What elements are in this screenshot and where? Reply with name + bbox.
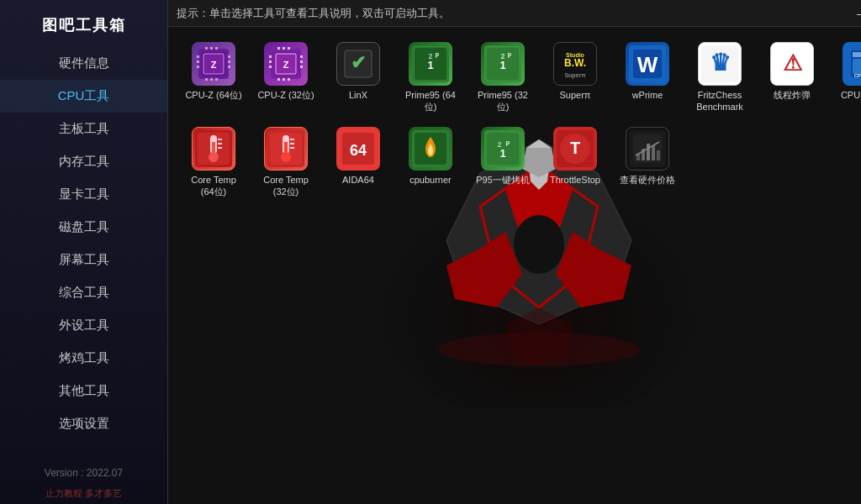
prime95-64-label: Prime95 (64位) xyxy=(400,89,461,113)
sidebar-item-peripheral[interactable]: 外设工具 xyxy=(0,309,167,342)
aida64-label: AIDA64 xyxy=(342,174,374,186)
svg-rect-14 xyxy=(197,55,199,58)
svg-rect-25 xyxy=(215,78,218,81)
sidebar-item-motherboard[interactable]: 主板工具 xyxy=(0,113,167,145)
svg-rect-88 xyxy=(290,143,294,144)
sidebar-item-gpu[interactable]: 显卡工具 xyxy=(0,178,167,211)
sidebar-title: 图吧工具箱 xyxy=(0,0,167,47)
sidebar-item-stress[interactable]: 烤鸡工具 xyxy=(0,342,167,375)
tool-fritzchess[interactable]: ♛ FritzChess Benchmark xyxy=(686,37,753,118)
svg-rect-20 xyxy=(205,47,208,50)
svg-rect-108 xyxy=(652,145,655,160)
sidebar: 图吧工具箱 硬件信息 CPU工具 主板工具 内存工具 显卡工具 磁盘工具 屏幕工… xyxy=(0,0,168,504)
tool-row-1: Z CPU-Z (64位) xyxy=(180,37,861,118)
svg-point-8 xyxy=(514,215,564,274)
cpuz64-icon: Z xyxy=(192,42,235,86)
sidebar-item-settings[interactable]: 选项设置 xyxy=(0,407,167,440)
tool-coretemp32[interactable]: Core Temp (32位) xyxy=(252,122,320,203)
p95-icon: 2 p 1 xyxy=(481,127,525,171)
tool-prime95-32[interactable]: 2 p 1 Prime95 (32位) xyxy=(469,37,536,118)
coretemp64-label: Core Temp (64位) xyxy=(183,174,244,198)
svg-text:CPU梯图: CPU梯图 xyxy=(854,72,861,78)
svg-rect-19 xyxy=(228,66,230,68)
sidebar-item-cpu[interactable]: CPU工具 xyxy=(0,80,167,113)
throttlestop-label: ThrottleStop xyxy=(550,174,600,186)
svg-rect-87 xyxy=(290,139,294,140)
svg-rect-23 xyxy=(205,78,208,81)
tool-cpuburner[interactable]: cpuburner xyxy=(397,122,464,203)
sidebar-watermark: 止力教程 多才多艺 xyxy=(0,487,167,500)
wprime-label: wPrime xyxy=(632,89,663,101)
tool-aida64[interactable]: 64 AIDA64 xyxy=(325,122,392,203)
svg-text:p: p xyxy=(436,51,439,58)
coretemp32-label: Core Temp (32位) xyxy=(256,174,316,198)
tool-cpuz64[interactable]: Z CPU-Z (64位) xyxy=(180,37,247,118)
svg-rect-32 xyxy=(269,66,272,68)
svg-rect-40 xyxy=(283,78,285,81)
svg-text:64: 64 xyxy=(350,142,367,159)
svg-rect-80 xyxy=(218,147,222,149)
svg-text:Z: Z xyxy=(283,60,289,70)
cpuz32-label: CPU-Z (32位) xyxy=(257,89,314,101)
sidebar-item-memory[interactable]: 内存工具 xyxy=(0,145,167,178)
svg-text:⚠: ⚠ xyxy=(783,50,803,76)
sidebar-item-general[interactable]: 综合工具 xyxy=(0,276,167,309)
svg-rect-79 xyxy=(218,143,222,144)
tool-linx[interactable]: ✔ LinX xyxy=(325,37,392,118)
svg-rect-39 xyxy=(277,78,280,81)
prime95-32-icon: 2 p 1 xyxy=(481,42,525,86)
thread-bomb-icon: ⚠ xyxy=(770,42,814,86)
svg-rect-38 xyxy=(288,47,290,50)
hint-text: 提示：单击选择工具可查看工具说明，双击可启动工具。 xyxy=(177,6,853,21)
tool-throttlestop[interactable]: T ThrottleStop xyxy=(541,122,609,203)
svg-rect-16 xyxy=(197,66,199,68)
sidebar-item-hardware[interactable]: 硬件信息 xyxy=(0,47,167,80)
svg-text:Superπ: Superπ xyxy=(564,72,586,79)
tools-grid: Z CPU-Z (64位) xyxy=(168,27,861,213)
hardware-price-label: 查看硬件价格 xyxy=(620,174,675,186)
tool-wprime[interactable]: W wPrime xyxy=(614,37,681,118)
titlebar: 提示：单击选择工具可查看工具说明，双击可启动工具。 — ✕ xyxy=(168,0,861,27)
tool-superpi[interactable]: Studio B.W. Superπ Superπ xyxy=(541,37,609,118)
svg-rect-89 xyxy=(290,147,294,149)
linx-icon: ✔ xyxy=(336,42,380,86)
cpuz64-label: CPU-Z (64位) xyxy=(185,89,241,101)
cpu-ladder-label: CPU天梯图 xyxy=(841,89,861,101)
fritzchess-label: FritzChess Benchmark xyxy=(689,89,750,113)
svg-text:W: W xyxy=(637,52,658,77)
svg-rect-18 xyxy=(228,60,230,63)
titlebar-controls: — ✕ xyxy=(853,5,861,22)
svg-text:1: 1 xyxy=(427,59,433,71)
prime95-32-label: Prime95 (32位) xyxy=(473,89,533,113)
svg-rect-24 xyxy=(210,78,213,81)
svg-rect-34 xyxy=(300,60,303,63)
main-content: 提示：单击选择工具可查看工具说明，双击可启动工具。 — ✕ xyxy=(168,0,861,504)
svg-text:T: T xyxy=(570,139,580,157)
sidebar-item-disk[interactable]: 磁盘工具 xyxy=(0,211,167,244)
wprime-icon: W xyxy=(626,42,669,86)
sidebar-version: Version : 2022.07 xyxy=(0,467,167,479)
sidebar-item-screen[interactable]: 屏幕工具 xyxy=(0,244,167,276)
svg-text:✔: ✔ xyxy=(351,52,366,73)
minimize-button[interactable]: — xyxy=(853,5,861,22)
svg-text:p: p xyxy=(508,51,511,58)
tool-coretemp64[interactable]: Core Temp (64位) xyxy=(180,122,247,203)
tool-cpuz32[interactable]: Z CPU-Z (32位) xyxy=(252,37,320,118)
tool-hardware-price[interactable]: 查看硬件价格 xyxy=(614,122,681,203)
tool-cpu-ladder[interactable]: CPU梯图 CPU天梯图 xyxy=(831,37,861,118)
svg-text:p: p xyxy=(506,139,510,146)
svg-rect-17 xyxy=(228,55,230,58)
svg-text:B.W.: B.W. xyxy=(564,57,586,69)
tool-p95[interactable]: 2 p 1 P95一键烤机 xyxy=(469,122,536,203)
tool-prime95-64[interactable]: 2 p 1 Prime95 (64位) xyxy=(397,37,464,118)
aida64-icon: 64 xyxy=(336,127,380,171)
linx-label: LinX xyxy=(349,89,367,101)
svg-rect-30 xyxy=(269,55,272,58)
svg-rect-70 xyxy=(853,52,861,57)
svg-rect-15 xyxy=(197,60,199,63)
svg-rect-21 xyxy=(210,47,213,50)
svg-rect-36 xyxy=(277,47,280,50)
tool-row-2: Core Temp (64位) xyxy=(180,122,861,203)
tool-thread-bomb[interactable]: ⚠ 线程炸弹 xyxy=(758,37,826,118)
sidebar-item-other[interactable]: 其他工具 xyxy=(0,375,167,407)
